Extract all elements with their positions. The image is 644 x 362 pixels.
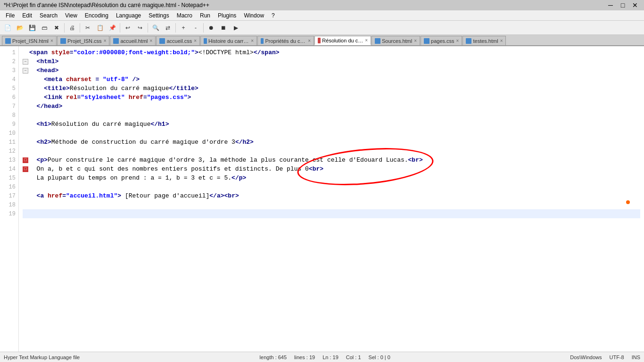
fold-icon-2[interactable]: − <box>23 59 28 65</box>
sep6 <box>203 23 204 33</box>
menu-item-macro[interactable]: Macro <box>173 11 196 20</box>
lines-info: lines : 19 <box>294 354 315 360</box>
tab-close-6[interactable]: × <box>365 38 368 43</box>
tab-5[interactable]: Propriétés du carré magique.html× <box>257 36 314 45</box>
line-num-17: 17 <box>0 191 18 200</box>
tab-6[interactable]: Résolution du carré magique.html× <box>314 36 371 45</box>
menu-item-search[interactable]: Search <box>36 11 61 20</box>
menu-item-file[interactable]: File <box>2 11 18 20</box>
tab-label-0: Projet_ISN.html <box>12 38 49 44</box>
print-button[interactable]: 🖨 <box>66 22 78 33</box>
sep5 <box>175 23 176 33</box>
cut-button[interactable]: ✂ <box>82 22 93 33</box>
menu-item-settings[interactable]: Settings <box>145 11 173 20</box>
tab-close-9[interactable]: × <box>500 38 503 43</box>
redo-button[interactable]: ↪ <box>134 22 146 33</box>
code-line-12 <box>23 147 640 156</box>
tab-icon-7 <box>375 38 380 44</box>
code-line-17: <a href="accueil.html"> [Retour page d'a… <box>23 191 640 200</box>
code-content-19 <box>29 209 33 218</box>
menu-item-?[interactable]: ? <box>268 11 279 20</box>
zoom-out-button[interactable]: - <box>190 22 201 33</box>
code-content-6: <link rel="stylesheet" href="pages.css"> <box>29 93 191 102</box>
line-num-14: 14 <box>0 165 18 173</box>
tab-close-8[interactable]: × <box>456 38 459 43</box>
code-line-18 <box>23 200 640 209</box>
menu-item-run[interactable]: Run <box>196 11 214 20</box>
tab-close-1[interactable]: × <box>104 38 107 43</box>
fold-icon-3[interactable]: − <box>23 68 28 74</box>
status-right: Dos\Windows UTF-8 INS <box>570 354 640 360</box>
maximize-button[interactable]: □ <box>618 0 628 10</box>
tab-4[interactable]: Histoire du carré magique.html× <box>200 36 257 45</box>
editor-container: 12345678910111213141516171819 <span styl… <box>0 46 644 352</box>
save-button[interactable]: 💾 <box>26 22 38 33</box>
ln-info: Ln : 19 <box>322 354 339 360</box>
macro-stop-button[interactable]: ⏹ <box>218 22 229 33</box>
code-line-6: <link rel="stylesheet" href="pages.css"> <box>23 93 640 102</box>
save-all-button[interactable]: 🗃 <box>39 22 50 33</box>
tab-close-0[interactable]: × <box>50 38 53 43</box>
tab-close-5[interactable]: × <box>308 38 311 43</box>
replace-button[interactable]: ⇄ <box>162 22 173 33</box>
line-num-2: 2 <box>0 57 18 66</box>
find-button[interactable]: 🔍 <box>150 22 161 33</box>
code-content-12 <box>29 147 33 156</box>
close-button[interactable]: ✖ <box>51 22 62 33</box>
tab-label-1: Projet_ISN.css <box>67 38 102 44</box>
code-content-8 <box>29 111 33 120</box>
tab-close-7[interactable]: × <box>414 38 417 43</box>
close-button[interactable]: ✕ <box>630 0 640 10</box>
menu-item-view[interactable]: View <box>61 11 81 20</box>
code-line-7: </head> <box>23 102 640 111</box>
line-numbers: 12345678910111213141516171819 <box>0 46 19 352</box>
tab-2[interactable]: accueil.html× <box>110 36 156 45</box>
line-num-12: 12 <box>0 147 18 156</box>
tab-7[interactable]: Sources.html× <box>372 36 420 45</box>
tab-close-2[interactable]: × <box>150 38 153 43</box>
tab-9[interactable]: testes.html× <box>462 36 506 45</box>
macro-record-button[interactable]: ⏺ <box>206 22 217 33</box>
sep3 <box>120 23 120 33</box>
menu-item-encoding[interactable]: Encoding <box>81 11 112 20</box>
tab-icon-9 <box>466 38 471 44</box>
code-line-4: <meta charset = "utf-8" /> <box>23 75 640 84</box>
code-line-19 <box>23 209 640 218</box>
tab-label-7: Sources.html <box>382 38 412 44</box>
tab-icon-3 <box>159 38 165 44</box>
copy-button[interactable]: 📋 <box>94 22 106 33</box>
macro-play-button[interactable]: ▶ <box>230 22 241 33</box>
code-line-15: La plupart du temps on prend : a = 1, b … <box>23 173 640 182</box>
tab-3[interactable]: accueil.css× <box>156 36 200 45</box>
tab-8[interactable]: pages.css× <box>421 36 462 45</box>
new-button[interactable]: 📄 <box>2 22 13 33</box>
tabs-bar: Projet_ISN.html×Projet_ISN.css×accueil.h… <box>0 35 644 46</box>
menu-item-language[interactable]: Language <box>112 11 145 20</box>
window-controls: ─ □ ✕ <box>605 0 640 10</box>
tab-1[interactable]: Projet_ISN.css× <box>57 36 110 45</box>
menu-bar: FileEditSearchViewEncodingLanguageSettin… <box>0 10 644 21</box>
menu-item-edit[interactable]: Edit <box>18 11 36 20</box>
menu-item-window[interactable]: Window <box>240 11 268 20</box>
open-button[interactable]: 📂 <box>14 22 25 33</box>
code-content-5: <title>Résolution du carré magique</titl… <box>29 84 198 93</box>
menu-item-plugins[interactable]: Plugins <box>214 11 240 20</box>
minimize-button[interactable]: ─ <box>605 0 616 10</box>
sep1 <box>64 23 65 33</box>
length-info: length : 645 <box>260 354 287 360</box>
code-line-1: <span style="color:#000080;font-weight:b… <box>23 48 640 57</box>
tab-close-4[interactable]: × <box>251 38 254 43</box>
paste-button[interactable]: 📌 <box>107 22 118 33</box>
undo-button[interactable]: ↩ <box>122 22 133 33</box>
tab-0[interactable]: Projet_ISN.html× <box>2 36 57 45</box>
zoom-in-button[interactable]: + <box>178 22 189 33</box>
code-content-13: <p>Pour construire le carré magique d'or… <box>29 156 423 165</box>
code-area[interactable]: <span style="color:#000080;font-weight:b… <box>19 46 644 352</box>
line-num-3: 3 <box>0 66 18 75</box>
tab-close-3[interactable]: × <box>194 38 197 43</box>
status-bar: Hyper Text Markup Language file length :… <box>0 352 644 362</box>
line-num-13: 13 <box>0 156 18 165</box>
eol-info: Dos\Windows <box>570 354 602 360</box>
line-num-7: 7 <box>0 102 18 111</box>
line-num-1: 1 <box>0 48 18 57</box>
